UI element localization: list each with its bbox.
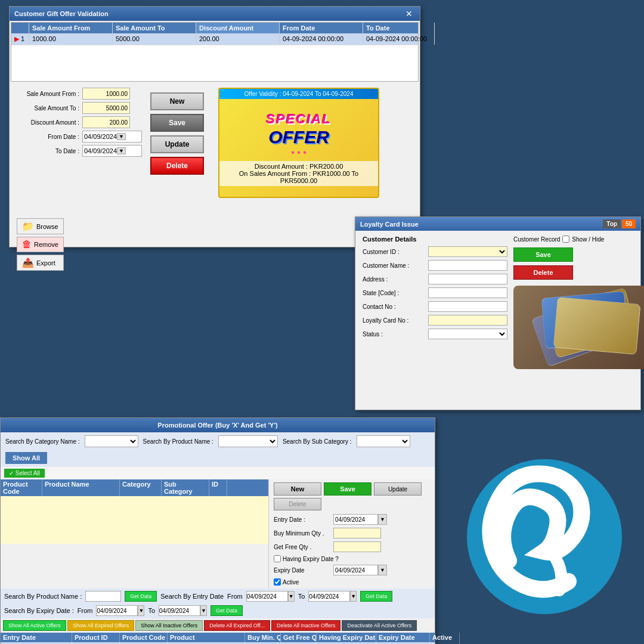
address-input[interactable] xyxy=(428,274,507,284)
expiry-date-control[interactable]: ▼ xyxy=(333,565,387,575)
entry-from-input[interactable] xyxy=(246,591,288,602)
having-expiry-checkbox[interactable] xyxy=(274,555,281,562)
promo-search-bottom: Search By Product Name : Get Data Search… xyxy=(1,589,435,618)
expiry-date-input[interactable] xyxy=(333,565,378,575)
card-stack: CARD xyxy=(525,292,644,363)
discount-label: Discount Amount : xyxy=(17,119,82,126)
gift-offer-window: Customer Gift Offer Validation ✕ Sale Am… xyxy=(9,6,420,247)
remove-label: Remove xyxy=(34,241,58,248)
export-button[interactable]: 📤 Export xyxy=(17,255,64,271)
entry-date-picker[interactable]: ▼ xyxy=(378,514,387,525)
entry-from-picker[interactable]: ▼ xyxy=(288,591,295,602)
form-buttons-mid: New Save Update Delete xyxy=(150,92,210,175)
contact-input[interactable] xyxy=(428,301,507,312)
expiry-from-control[interactable]: ▼ xyxy=(96,605,144,616)
from-date-field-row: From Date : 04/09/2024 ▼ xyxy=(17,131,148,143)
promo-table-body xyxy=(1,496,268,544)
select-all-button[interactable]: ✓ Select All xyxy=(4,469,45,478)
loyalty-right-panel: Customer Record Show / Hide Save Delete … xyxy=(513,236,644,375)
entry-date-input[interactable] xyxy=(333,514,378,525)
delete-expired-button[interactable]: Delete All Expired Off... xyxy=(204,620,270,631)
delete-inactive-button[interactable]: Delete All Inactive Offers xyxy=(271,620,340,631)
top-number-badge: 50 xyxy=(622,219,636,228)
get-free-qty-input[interactable] xyxy=(333,541,381,552)
sale-to-label: Sale Amount To : xyxy=(17,105,82,112)
col-category: Category xyxy=(120,479,162,496)
get-data-3-button[interactable]: Get Data xyxy=(210,605,243,616)
to-date-input[interactable]: 04/09/2024 ▼ xyxy=(82,145,142,157)
delete-button[interactable]: Delete xyxy=(150,157,204,175)
get-free-qty-row: Get Free Qty . xyxy=(274,541,430,552)
promo-new-button[interactable]: New xyxy=(274,482,321,496)
sale-from-input[interactable] xyxy=(82,88,130,100)
loyalty-title: Loyalty Card Issue xyxy=(360,221,419,228)
deactivate-all-button[interactable]: Deactivate All Active Offers xyxy=(342,620,417,631)
new-button[interactable]: New xyxy=(150,92,204,110)
expiry-from-input[interactable] xyxy=(96,605,138,616)
gift-offer-close-button[interactable]: ✕ xyxy=(403,9,415,18)
col-from-date: From Date xyxy=(280,23,363,33)
from-date-input[interactable]: 04/09/2024 ▼ xyxy=(82,131,142,143)
browse-label: Browse xyxy=(36,223,58,230)
show-all-inactive-button[interactable]: Show All Inactive Offers xyxy=(135,620,203,631)
discount-input[interactable] xyxy=(82,116,130,128)
expiry-date-picker[interactable]: ▼ xyxy=(378,565,387,575)
col-sale-to: Sale Amount To xyxy=(113,23,196,33)
sale-to-input[interactable] xyxy=(82,102,130,114)
active-row: Active xyxy=(274,578,430,586)
expiry-to-control[interactable]: ▼ xyxy=(159,605,207,616)
expiry-to-input[interactable] xyxy=(159,605,200,616)
loyalty-save-button[interactable]: Save xyxy=(513,247,573,262)
customer-name-input[interactable] xyxy=(428,260,507,271)
customer-details-header: Customer Details xyxy=(363,236,507,243)
search-product-label: Search By Product Name : xyxy=(4,593,82,600)
search-entry-label: Search By Entry Date xyxy=(160,593,224,600)
product-search-combo[interactable] xyxy=(218,435,278,447)
entry-from-control[interactable]: ▼ xyxy=(246,591,295,602)
sale-from-field-row: Sale Amount From : xyxy=(17,88,148,100)
loyalty-delete-button[interactable]: Delete xyxy=(513,265,573,280)
entry-to-input[interactable] xyxy=(308,591,350,602)
show-all-button[interactable]: Show All xyxy=(5,452,47,464)
row-to-date: 04-09-2024 00:00:00 xyxy=(363,33,435,45)
loyalty-card-input[interactable] xyxy=(428,315,507,326)
entry-to-control[interactable]: ▼ xyxy=(308,591,357,602)
category-search-label: Search By Category Name : xyxy=(5,438,80,445)
entry-to-picker[interactable]: ▼ xyxy=(350,591,357,602)
update-button[interactable]: Update xyxy=(150,135,204,153)
expiry-from-picker[interactable]: ▼ xyxy=(138,605,144,616)
discount-field-row: Discount Amount : xyxy=(17,116,148,128)
state-input[interactable] xyxy=(428,287,507,298)
customer-id-select[interactable] xyxy=(428,246,507,257)
show-all-active-button[interactable]: Show All Active Offers xyxy=(3,620,66,631)
to-date-picker[interactable]: ▼ xyxy=(117,147,126,154)
row-sale-to: 5000.00 xyxy=(113,33,196,45)
get-data-2-button[interactable]: Get Data xyxy=(360,591,392,602)
show-all-expired-button[interactable]: Show All Expired Offers xyxy=(67,620,134,631)
buy-min-label: Buy Minimum Qty . xyxy=(274,530,333,537)
sub-category-combo[interactable] xyxy=(357,435,410,447)
top-badge: Top xyxy=(603,219,621,228)
promo-update-button[interactable]: Update xyxy=(374,482,422,496)
entry-date-control[interactable]: ▼ xyxy=(333,514,387,525)
special-offer-box: Offer Validity : 04-09-2024 To 04-09-202… xyxy=(218,88,379,198)
promo-delete-button[interactable]: Delete xyxy=(274,498,321,510)
btcol-product: Product xyxy=(168,633,245,642)
entry-date-row: Entry Date : ▼ xyxy=(274,514,430,525)
show-hide-label: Show / Hide xyxy=(572,236,604,243)
btcol-product-code: Product Code xyxy=(120,633,168,642)
show-hide-checkbox[interactable] xyxy=(562,236,569,243)
get-data-1-button[interactable]: Get Data xyxy=(125,591,157,602)
buy-min-qty-input[interactable] xyxy=(333,528,381,538)
bottom-product-search[interactable] xyxy=(85,591,121,602)
active-checkbox[interactable] xyxy=(274,578,281,586)
from-date-picker[interactable]: ▼ xyxy=(117,133,126,140)
promo-save-button[interactable]: Save xyxy=(324,482,371,496)
status-select[interactable] xyxy=(428,329,507,339)
expiry-to-picker[interactable]: ▼ xyxy=(200,605,207,616)
browse-button[interactable]: 📁 Browse xyxy=(17,218,64,234)
category-search-combo[interactable] xyxy=(85,435,138,447)
save-button[interactable]: Save xyxy=(150,114,204,132)
table-row[interactable]: ▶ 1 1000.00 5000.00 200.00 04-09-2024 00… xyxy=(11,33,418,45)
remove-button[interactable]: 🗑 Remove xyxy=(17,237,64,252)
